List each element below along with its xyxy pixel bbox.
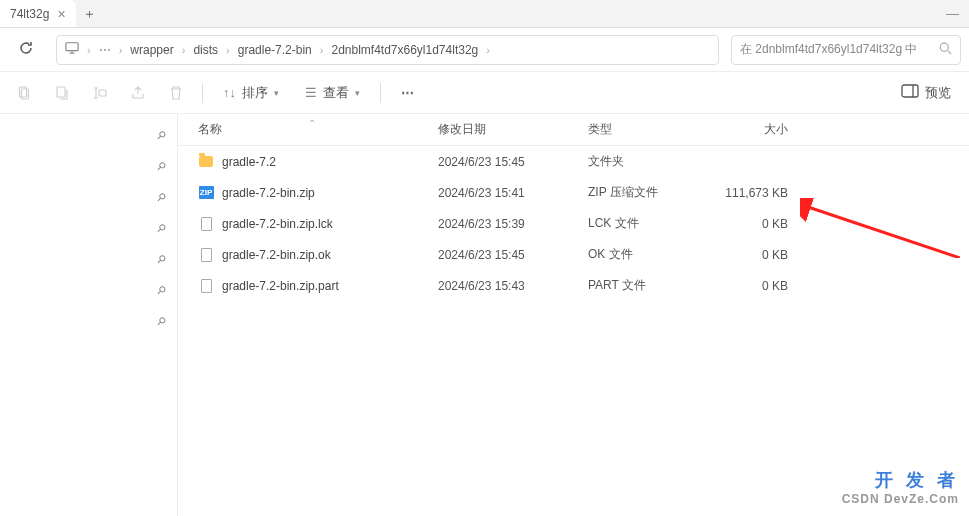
column-header-name[interactable]: 名称 ⌃ xyxy=(178,121,438,138)
search-placeholder: 在 2dnblmf4td7x66yl1d74lt32g 中 xyxy=(740,41,917,58)
separator xyxy=(380,83,381,103)
search-input[interactable]: 在 2dnblmf4td7x66yl1d74lt32g 中 xyxy=(731,35,961,65)
svg-rect-0 xyxy=(66,43,78,51)
breadcrumb: › ⋯ › wrapper › dists › gradle-7.2-bin ›… xyxy=(56,35,719,65)
sort-icon: ↑↓ xyxy=(223,85,236,100)
file-type: ZIP 压缩文件 xyxy=(588,184,703,201)
toolbar: › ⋯ › wrapper › dists › gradle-7.2-bin ›… xyxy=(0,28,969,72)
file-size: 0 KB xyxy=(703,279,788,293)
table-header: 名称 ⌃ 修改日期 类型 大小 xyxy=(178,114,969,146)
file-name: gradle-7.2-bin.zip xyxy=(222,186,315,200)
pin-icon: ⚲ xyxy=(154,252,169,267)
file-size: 0 KB xyxy=(703,217,788,231)
watermark: 开 发 者 CSDN DevZe.Com xyxy=(842,468,959,506)
file-row[interactable]: gradle-7.2-bin.zip.part 2024/6/23 15:43 … xyxy=(178,270,969,301)
pin-row[interactable]: ⚲ xyxy=(0,151,177,182)
chevron-right-icon: › xyxy=(320,44,324,56)
cut-button[interactable] xyxy=(8,77,40,109)
tab-current[interactable]: 74lt32g × xyxy=(0,0,76,27)
pin-row[interactable]: ⚲ xyxy=(0,120,177,151)
pin-row[interactable]: ⚲ xyxy=(0,182,177,213)
sidebar: ⚲ ⚲ ⚲ ⚲ ⚲ ⚲ ⚲ xyxy=(0,114,178,516)
preview-panel-button[interactable]: 预览 xyxy=(891,80,961,106)
file-type: 文件夹 xyxy=(588,153,703,170)
pin-icon: ⚲ xyxy=(154,283,169,298)
doc-icon xyxy=(198,216,214,232)
file-name: gradle-7.2-bin.zip.lck xyxy=(222,217,333,231)
file-name-cell: gradle-7.2 xyxy=(178,154,438,170)
watermark-line2: CSDN DevZe.Com xyxy=(842,492,959,506)
file-name: gradle-7.2-bin.zip.part xyxy=(222,279,339,293)
chevron-right-icon: › xyxy=(182,44,186,56)
file-row[interactable]: gradle-7.2-bin.zip.lck 2024/6/23 15:39 L… xyxy=(178,208,969,239)
file-type: OK 文件 xyxy=(588,246,703,263)
minimize-icon[interactable]: — xyxy=(946,6,959,21)
column-header-date[interactable]: 修改日期 xyxy=(438,121,588,138)
copy-button[interactable] xyxy=(46,77,78,109)
sort-button[interactable]: ↑↓ 排序 ▾ xyxy=(213,80,289,106)
pin-icon: ⚲ xyxy=(154,128,169,143)
file-date: 2024/6/23 15:45 xyxy=(438,155,588,169)
more-button[interactable]: ⋯ xyxy=(391,81,426,104)
chevron-right-icon: › xyxy=(87,44,91,56)
chevron-down-icon: ▾ xyxy=(274,88,279,98)
overflow-icon[interactable]: ⋯ xyxy=(99,43,111,57)
file-date: 2024/6/23 15:45 xyxy=(438,248,588,262)
file-size: 111,673 KB xyxy=(703,186,788,200)
search-icon xyxy=(939,42,952,58)
separator xyxy=(202,83,203,103)
window-controls: — xyxy=(946,6,969,21)
pin-row[interactable]: ⚲ xyxy=(0,244,177,275)
delete-button[interactable] xyxy=(160,77,192,109)
close-tab-icon[interactable]: × xyxy=(57,6,65,22)
doc-icon xyxy=(198,247,214,263)
tab-title: 74lt32g xyxy=(10,7,49,21)
file-date: 2024/6/23 15:41 xyxy=(438,186,588,200)
chevron-right-icon: › xyxy=(226,44,230,56)
share-button[interactable] xyxy=(122,77,154,109)
rename-button[interactable] xyxy=(84,77,116,109)
breadcrumb-item[interactable]: dists xyxy=(193,43,218,57)
pin-row[interactable]: ⚲ xyxy=(0,306,177,337)
file-row[interactable]: gradle-7.2-bin.zip.ok 2024/6/23 15:45 OK… xyxy=(178,239,969,270)
pin-row[interactable]: ⚲ xyxy=(0,213,177,244)
file-size: 0 KB xyxy=(703,248,788,262)
tab-bar: 74lt32g × ＋ — xyxy=(0,0,969,28)
preview-icon xyxy=(901,84,919,101)
zip-icon: ZIP xyxy=(198,185,214,201)
pin-icon: ⚲ xyxy=(154,190,169,205)
pin-row[interactable]: ⚲ xyxy=(0,275,177,306)
monitor-icon[interactable] xyxy=(65,41,79,58)
action-bar: ↑↓ 排序 ▾ ☰ 查看 ▾ ⋯ 预览 xyxy=(0,72,969,114)
breadcrumb-item[interactable]: 2dnblmf4td7x66yl1d74lt32g xyxy=(331,43,478,57)
pin-icon: ⚲ xyxy=(154,221,169,236)
svg-rect-4 xyxy=(57,87,65,97)
svg-rect-6 xyxy=(902,85,918,97)
breadcrumb-item[interactable]: wrapper xyxy=(130,43,173,57)
doc-icon xyxy=(198,278,214,294)
chevron-right-icon: › xyxy=(119,44,123,56)
file-name-cell: gradle-7.2-bin.zip.ok xyxy=(178,247,438,263)
file-name-cell: gradle-7.2-bin.zip.lck xyxy=(178,216,438,232)
file-name: gradle-7.2 xyxy=(222,155,276,169)
refresh-button[interactable] xyxy=(8,34,44,65)
preview-label: 预览 xyxy=(925,84,951,102)
main-area: ⚲ ⚲ ⚲ ⚲ ⚲ ⚲ ⚲ 名称 ⌃ 修改日期 类型 大小 gradle-7.2… xyxy=(0,114,969,516)
file-date: 2024/6/23 15:39 xyxy=(438,217,588,231)
column-header-type[interactable]: 类型 xyxy=(588,121,703,138)
column-header-size[interactable]: 大小 xyxy=(703,121,788,138)
breadcrumb-item[interactable]: gradle-7.2-bin xyxy=(238,43,312,57)
new-tab-button[interactable]: ＋ xyxy=(76,5,104,23)
svg-point-1 xyxy=(940,43,948,51)
file-name: gradle-7.2-bin.zip.ok xyxy=(222,248,331,262)
view-label: 查看 xyxy=(323,84,349,102)
file-type: LCK 文件 xyxy=(588,215,703,232)
sort-label: 排序 xyxy=(242,84,268,102)
file-row[interactable]: ZIP gradle-7.2-bin.zip 2024/6/23 15:41 Z… xyxy=(178,177,969,208)
file-row[interactable]: gradle-7.2 2024/6/23 15:45 文件夹 xyxy=(178,146,969,177)
file-name-cell: ZIP gradle-7.2-bin.zip xyxy=(178,185,438,201)
pin-icon: ⚲ xyxy=(154,314,169,329)
file-list: 名称 ⌃ 修改日期 类型 大小 gradle-7.2 2024/6/23 15:… xyxy=(178,114,969,516)
file-date: 2024/6/23 15:43 xyxy=(438,279,588,293)
view-button[interactable]: ☰ 查看 ▾ xyxy=(295,80,370,106)
